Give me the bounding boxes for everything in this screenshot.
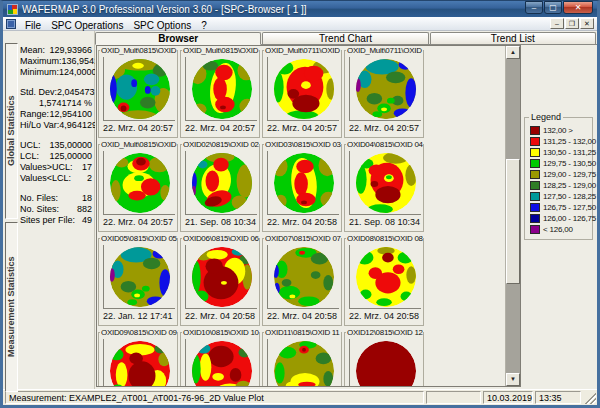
wafer-map[interactable] xyxy=(267,245,339,309)
wafer-date: 22. Mrz. 04 20:57 xyxy=(99,215,177,227)
stat-value: 129,93966 xyxy=(49,45,92,56)
menu-spc-operations[interactable]: SPC Operations xyxy=(46,20,128,31)
stat-row: Sites per File:49 xyxy=(20,215,92,226)
wafer-title: OXID03\0815\OXID 03 xyxy=(264,140,341,149)
wafer-map[interactable] xyxy=(185,57,257,121)
status-bar: Measurement: EXAMPLE2_AT001_AT001-76-96_… xyxy=(3,389,597,405)
stat-value: 17 xyxy=(82,162,92,173)
wafer-cell[interactable]: OXID11\0815\OXID 1122. Mrz. 04 20:58 xyxy=(262,332,342,386)
wafer-title: OXID04\0815\OXID 04 xyxy=(346,140,423,149)
wafer-date: 22. Mrz. 04 20:58 xyxy=(345,309,423,321)
scroll-up-button[interactable]: ▲ xyxy=(506,46,520,59)
mdi-close-button[interactable]: ✕ xyxy=(580,18,594,29)
wafer-map[interactable] xyxy=(185,245,257,309)
legend-entry: 131,25 - 132,00 xyxy=(530,136,592,147)
close-button[interactable]: ✕ xyxy=(563,1,593,14)
wafer-cell[interactable]: OXID02\0815\OXID 0221. Sep. 08 10:34 xyxy=(180,144,260,232)
spc-browser-icon[interactable] xyxy=(6,19,16,29)
stat-row: 1,5741714 % xyxy=(20,98,92,109)
wafer-date: 22. Mrz. 04 20:57 xyxy=(99,121,177,133)
wafer-cell[interactable]: OXID_Mult\0711\OXID 022. Mrz. 04 20:57 xyxy=(262,50,342,138)
wafer-title: OXID12\0815\OXID 12 xyxy=(346,328,423,337)
wafer-date: 22. Mrz. 04 20:57 xyxy=(263,121,341,133)
wafer-title: OXID11\0815\OXID 11 xyxy=(264,328,341,337)
wafer-title: OXID09\0815\OXID 09 xyxy=(100,328,177,337)
wafer-cell[interactable]: OXID07\0815\OXID 0722. Mrz. 04 20:58 xyxy=(262,238,342,326)
wafer-map[interactable] xyxy=(267,151,339,215)
wafer-contour-svg xyxy=(273,246,335,308)
wafer-map[interactable] xyxy=(349,245,421,309)
scrollbar-track[interactable] xyxy=(506,59,520,373)
maximize-button[interactable]: ▢ xyxy=(544,1,562,14)
legend-color-swatch xyxy=(530,214,540,223)
wafer-map[interactable] xyxy=(349,57,421,121)
menu-spc-options[interactable]: SPC Options xyxy=(128,20,196,31)
legend-color-swatch xyxy=(530,159,540,168)
status-time: 13:35 xyxy=(535,391,581,404)
tab-trend-chart[interactable]: Trend Chart xyxy=(262,32,428,44)
stat-row: Maximum:136,95410 xyxy=(20,56,92,67)
mdi-window-controls: – ❐ ✕ xyxy=(550,18,594,29)
wafer-cell[interactable]: OXID_Mult\0815\OXID 022. Mrz. 04 20:57 xyxy=(98,50,178,138)
minimize-button[interactable]: – xyxy=(525,1,543,14)
stat-label: Values<LCL: xyxy=(20,173,71,184)
wafer-map[interactable] xyxy=(103,151,175,215)
wafer-title: OXID10\0815\OXID 10 xyxy=(182,328,259,337)
wafer-cell[interactable]: OXID09\0815\OXID 0922. Mrz. 04 20:58 xyxy=(98,332,178,386)
menu-file[interactable]: File xyxy=(20,20,46,31)
wafer-map[interactable] xyxy=(267,57,339,121)
mdi-minimize-button[interactable]: – xyxy=(550,18,564,29)
stat-value: 125,00000 xyxy=(49,151,92,162)
stat-row: Mean:129,93966 xyxy=(20,45,92,56)
resize-grip[interactable] xyxy=(583,391,596,404)
wafer-cell[interactable]: OXID_Mult\0711\OXID 022. Mrz. 04 20:57 xyxy=(344,50,424,138)
stat-row: UCL:135,00000 xyxy=(20,140,92,151)
stat-label: Minimum: xyxy=(20,67,59,78)
legend-range-label: 130,50 - 131,25 xyxy=(543,148,596,157)
wafer-map[interactable] xyxy=(349,339,421,386)
wafer-cell[interactable]: OXID03\0815\OXID 0322. Mrz. 04 20:58 xyxy=(262,144,342,232)
tab-browser[interactable]: Browser xyxy=(95,32,261,45)
mdi-restore-button[interactable]: ❐ xyxy=(565,18,579,29)
wafer-cell[interactable]: OXID_Mult\0815\OXID 122. Mrz. 04 20:57 xyxy=(98,144,178,232)
wafer-cell[interactable]: OXID08\0815\OXID 0822. Mrz. 04 20:58 xyxy=(344,238,424,326)
stat-value: 135,00000 xyxy=(49,140,92,151)
scroll-down-button[interactable]: ▼ xyxy=(506,373,520,386)
wafer-map[interactable] xyxy=(267,339,339,386)
scrollbar-thumb[interactable] xyxy=(506,159,520,284)
legend-entry: 128,25 - 129,00 xyxy=(530,180,592,191)
wafer-map[interactable] xyxy=(349,151,421,215)
legend-entries: 132,00 >131,25 - 132,00130,50 - 131,2512… xyxy=(530,125,592,235)
wafer-map[interactable] xyxy=(185,339,257,386)
stat-value: 12,954100 xyxy=(49,109,92,120)
wafer-map[interactable] xyxy=(103,245,175,309)
wafer-contour-svg xyxy=(273,152,335,214)
status-date: 10.03.2019 xyxy=(483,391,533,404)
tab-measurement-statistics[interactable]: Measurement Statistics xyxy=(5,222,18,392)
wafer-date: 22. Mrz. 04 20:57 xyxy=(181,121,259,133)
wafer-map[interactable] xyxy=(103,57,175,121)
legend-color-swatch xyxy=(530,225,540,234)
wafer-map[interactable] xyxy=(185,151,257,215)
wafer-cell[interactable]: OXID05\0815\OXID 0522. Jan. 12 17:41 xyxy=(98,238,178,326)
menu-[interactable]: ? xyxy=(196,20,212,31)
wafer-cell[interactable]: OXID10\0815\OXID 1022. Mrz. 04 20:58 xyxy=(180,332,260,386)
wafer-contour-svg xyxy=(191,340,253,387)
wafer-cell[interactable]: OXID12\0815\OXID 12 xyxy=(344,332,424,386)
wafer-cell[interactable]: OXID06\0815\OXID 0622. Mrz. 04 20:58 xyxy=(180,238,260,326)
stat-value: 2 xyxy=(87,173,92,184)
tab-trend-list[interactable]: Trend List xyxy=(430,32,596,44)
tab-global-statistics[interactable]: Global Statistics xyxy=(5,43,18,219)
stat-group: UCL:135,00000LCL:125,00000Values>UCL:17V… xyxy=(20,140,92,184)
wafer-cell[interactable]: OXID_Mult\0815\OXID 022. Mrz. 04 20:57 xyxy=(180,50,260,138)
stat-label: Sites per File: xyxy=(20,215,75,226)
wafer-date: 22. Mrz. 04 20:58 xyxy=(263,215,341,227)
vertical-scrollbar[interactable]: ▲ ▼ xyxy=(505,46,520,386)
wafer-title: OXID02\0815\OXID 02 xyxy=(182,140,259,149)
legend-range-label: 129,75 - 130,50 xyxy=(543,159,596,168)
stat-row: Values>UCL:17 xyxy=(20,162,92,173)
main-area: Global Statistics Measurement Statistics… xyxy=(3,31,597,389)
wafer-date: 22. Mrz. 04 20:58 xyxy=(263,309,341,321)
wafer-map[interactable] xyxy=(103,339,175,386)
wafer-cell[interactable]: OXID04\0815\OXID 0421. Sep. 08 10:34 xyxy=(344,144,424,232)
